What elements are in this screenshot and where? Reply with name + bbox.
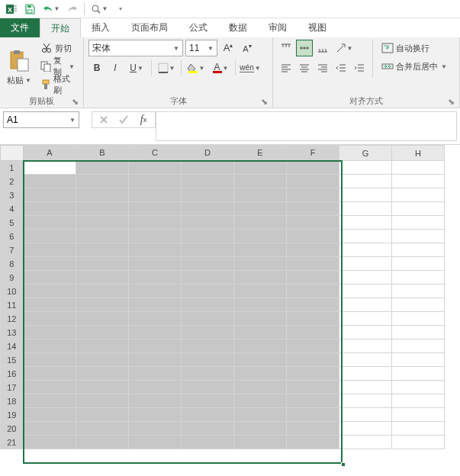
cell[interactable] <box>234 230 287 243</box>
cell[interactable] <box>339 422 392 436</box>
insert-function-button[interactable]: fx <box>133 112 153 127</box>
cell[interactable] <box>129 271 182 285</box>
underline-button[interactable]: U▼ <box>125 60 148 76</box>
cell[interactable] <box>182 202 234 216</box>
cell[interactable] <box>287 394 339 408</box>
tab-insert[interactable]: 插入 <box>81 18 121 37</box>
cell[interactable] <box>76 188 129 202</box>
cell[interactable] <box>234 161 287 175</box>
cell[interactable] <box>76 257 129 271</box>
cell[interactable] <box>24 312 76 326</box>
cell[interactable] <box>182 188 234 202</box>
align-launcher[interactable]: ⬊ <box>446 96 456 107</box>
cell[interactable] <box>129 216 182 230</box>
undo-button[interactable]: ▼ <box>40 1 63 18</box>
cell[interactable] <box>129 202 182 216</box>
cell[interactable] <box>339 285 392 298</box>
cell[interactable] <box>129 339 182 353</box>
cell[interactable] <box>234 188 287 202</box>
tab-home[interactable]: 开始 <box>40 18 81 37</box>
cell[interactable] <box>234 353 287 367</box>
cell[interactable] <box>24 353 76 367</box>
save-button[interactable] <box>21 1 38 18</box>
cell[interactable] <box>339 394 392 408</box>
cell[interactable] <box>339 326 392 339</box>
cell[interactable] <box>234 312 287 326</box>
cell[interactable] <box>234 285 287 298</box>
increase-font-button[interactable]: A▴ <box>220 40 236 56</box>
cell[interactable] <box>339 257 392 271</box>
fill-color-button[interactable]: ▼ <box>185 60 207 76</box>
cell[interactable] <box>392 188 445 202</box>
cell[interactable] <box>24 216 76 230</box>
sheet-table[interactable]: ABCDEFGH12345678910111213141516171819202… <box>0 145 445 449</box>
column-header[interactable]: H <box>392 146 445 161</box>
row-header[interactable]: 9 <box>1 271 24 285</box>
cell[interactable] <box>234 422 287 436</box>
cell[interactable] <box>234 394 287 408</box>
cell[interactable] <box>339 367 392 381</box>
cell[interactable] <box>339 339 392 353</box>
cell[interactable] <box>287 339 339 353</box>
cell[interactable] <box>339 312 392 326</box>
enter-formula-button[interactable] <box>114 112 133 127</box>
cell[interactable] <box>76 408 129 422</box>
column-header[interactable]: E <box>234 146 287 161</box>
cell[interactable] <box>129 312 182 326</box>
cell[interactable] <box>392 257 445 271</box>
cell[interactable] <box>287 202 339 216</box>
bold-button[interactable]: B <box>88 60 105 76</box>
format-painter-button[interactable]: 格式刷 <box>37 76 79 93</box>
cell[interactable] <box>182 257 234 271</box>
cell[interactable] <box>234 298 287 312</box>
cell[interactable] <box>182 285 234 298</box>
cell[interactable] <box>129 161 182 175</box>
cell[interactable] <box>76 271 129 285</box>
row-header[interactable]: 15 <box>1 353 24 367</box>
cell[interactable] <box>392 339 445 353</box>
cell[interactable] <box>339 175 392 188</box>
cell[interactable] <box>287 271 339 285</box>
cell[interactable] <box>339 188 392 202</box>
cell[interactable] <box>234 271 287 285</box>
cell[interactable] <box>182 381 234 394</box>
cell[interactable] <box>76 285 129 298</box>
cell[interactable] <box>287 381 339 394</box>
select-all-corner[interactable] <box>1 146 24 161</box>
cell[interactable] <box>287 216 339 230</box>
cell[interactable] <box>182 216 234 230</box>
cell[interactable] <box>76 394 129 408</box>
cell[interactable] <box>76 381 129 394</box>
italic-button[interactable]: I <box>107 60 124 76</box>
cell[interactable] <box>234 408 287 422</box>
cell[interactable] <box>24 408 76 422</box>
cell[interactable] <box>76 326 129 339</box>
cell[interactable] <box>182 243 234 257</box>
align-bottom-button[interactable] <box>314 40 331 56</box>
formula-input[interactable] <box>156 111 457 141</box>
cell[interactable] <box>182 408 234 422</box>
tab-view[interactable]: 视图 <box>298 18 337 37</box>
cell[interactable] <box>339 436 392 449</box>
cell[interactable] <box>287 408 339 422</box>
customize-qat-button[interactable]: ▾ <box>112 1 129 18</box>
cell[interactable] <box>24 285 76 298</box>
align-middle-button[interactable] <box>296 40 313 56</box>
column-header[interactable]: F <box>287 146 339 161</box>
row-header[interactable]: 19 <box>1 408 24 422</box>
cell[interactable] <box>24 339 76 353</box>
tab-page-layout[interactable]: 页面布局 <box>121 18 179 37</box>
cell[interactable] <box>234 243 287 257</box>
increase-indent-button[interactable] <box>351 60 368 76</box>
cell[interactable] <box>76 216 129 230</box>
column-header[interactable]: D <box>182 146 234 161</box>
cell[interactable] <box>392 216 445 230</box>
phonetic-button[interactable]: wén▼ <box>239 60 262 76</box>
font-size-combo[interactable]: 11▼ <box>185 40 217 56</box>
cell[interactable] <box>234 436 287 449</box>
cell[interactable] <box>24 298 76 312</box>
row-header[interactable]: 10 <box>1 285 24 298</box>
cell[interactable] <box>182 161 234 175</box>
cut-button[interactable]: 剪切 <box>37 40 79 56</box>
cell[interactable] <box>76 339 129 353</box>
